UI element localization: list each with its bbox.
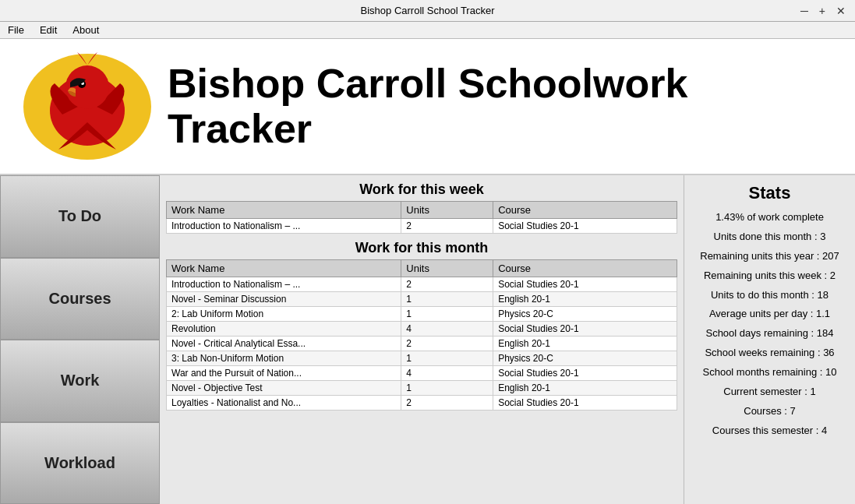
row-name: Novel - Objective Test bbox=[167, 381, 401, 396]
row-name: Novel - Critical Analytical Essa... bbox=[167, 337, 401, 351]
sidebar-item-workload[interactable]: Workload bbox=[0, 422, 160, 505]
row-units: 1 bbox=[401, 381, 493, 396]
week-col-course: Course bbox=[493, 202, 677, 219]
row-course: English 20-1 bbox=[493, 381, 677, 396]
table-row: War and the Pursuit of Nation... 4 Socia… bbox=[167, 366, 677, 381]
table-row: Novel - Critical Analytical Essa... 2 En… bbox=[167, 337, 677, 351]
sidebar-item-todo[interactable]: To Do bbox=[0, 175, 160, 258]
stat-item: Units to do this month : 18 bbox=[691, 289, 849, 302]
stat-item: 1.43% of work complete bbox=[691, 211, 849, 224]
row-name: Novel - Seminar Discussion bbox=[167, 292, 401, 307]
row-name: 2: Lab Uniform Motion bbox=[167, 307, 401, 322]
month-table: Work Name Units Course Introduction to N… bbox=[166, 259, 677, 411]
table-row: 3: Lab Non-Uniform Motion 1 Physics 20-C bbox=[167, 351, 677, 366]
row-units: 4 bbox=[401, 366, 493, 381]
row-units: 2 bbox=[401, 396, 493, 411]
row-course: English 20-1 bbox=[493, 292, 677, 307]
row-name: Introduction to Nationalism – ... bbox=[167, 219, 401, 234]
row-course: Physics 20-C bbox=[493, 351, 677, 366]
menu-about[interactable]: About bbox=[69, 24, 102, 36]
sidebar: To Do Courses Work Workload bbox=[0, 175, 160, 504]
stat-item: Remaining units this week : 2 bbox=[691, 270, 849, 283]
week-col-name: Work Name bbox=[167, 202, 401, 219]
month-col-units: Units bbox=[401, 260, 493, 277]
table-row: Novel - Objective Test 1 English 20-1 bbox=[167, 381, 677, 396]
header-title: Bishop Carroll Schoolwork Tracker bbox=[168, 62, 839, 150]
row-units: 2 bbox=[401, 337, 493, 351]
row-name: War and the Pursuit of Nation... bbox=[167, 366, 401, 381]
stat-item: Courses this semester : 4 bbox=[691, 425, 849, 438]
main-layout: To Do Courses Work Workload Work for thi… bbox=[0, 175, 855, 504]
row-name: 3: Lab Non-Uniform Motion bbox=[167, 351, 401, 366]
row-course: English 20-1 bbox=[493, 337, 677, 351]
stat-item: Units done this month : 3 bbox=[691, 231, 849, 244]
row-course: Social Studies 20-1 bbox=[493, 322, 677, 337]
month-col-course: Course bbox=[493, 260, 677, 277]
week-table: Work Name Units Course Introduction to N… bbox=[166, 201, 677, 234]
row-course: Physics 20-C bbox=[493, 307, 677, 322]
title-bar-controls: ─ + ✕ bbox=[797, 5, 849, 17]
minimize-button[interactable]: ─ bbox=[797, 5, 811, 17]
week-section-title: Work for this week bbox=[166, 182, 677, 198]
maximize-button[interactable]: + bbox=[816, 5, 829, 17]
stats-title: Stats bbox=[691, 183, 849, 203]
sidebar-item-work[interactable]: Work bbox=[0, 340, 160, 422]
row-units: 1 bbox=[401, 351, 493, 366]
row-units: 1 bbox=[401, 307, 493, 322]
header: Bishop Carroll Schoolwork Tracker bbox=[0, 39, 855, 175]
content-area: Work for this week Work Name Units Cours… bbox=[160, 175, 684, 504]
stat-item: School months remaining : 10 bbox=[691, 366, 849, 379]
logo-container bbox=[16, 46, 160, 167]
table-row: Introduction to Nationalism – ... 2 Soci… bbox=[167, 277, 677, 292]
table-row: Introduction to Nationalism – ... 2 Soci… bbox=[167, 219, 677, 234]
school-logo bbox=[19, 48, 156, 165]
svg-point-2 bbox=[65, 65, 109, 109]
table-row: Novel - Seminar Discussion 1 English 20-… bbox=[167, 292, 677, 307]
row-units: 1 bbox=[401, 292, 493, 307]
table-row: Loyalties - Nationalist and No... 2 Soci… bbox=[167, 396, 677, 411]
row-course: Social Studies 20-1 bbox=[493, 396, 677, 411]
row-course: Social Studies 20-1 bbox=[493, 366, 677, 381]
sidebar-item-courses[interactable]: Courses bbox=[0, 258, 160, 340]
week-col-units: Units bbox=[401, 202, 493, 219]
table-row: Revolution 4 Social Studies 20-1 bbox=[167, 322, 677, 337]
row-name: Introduction to Nationalism – ... bbox=[167, 277, 401, 292]
stat-item: Average units per day : 1.1 bbox=[691, 308, 849, 321]
menu-edit[interactable]: Edit bbox=[37, 24, 60, 36]
row-course: Social Studies 20-1 bbox=[493, 219, 677, 234]
stat-item: Remaining units this year : 207 bbox=[691, 250, 849, 263]
row-name: Loyalties - Nationalist and No... bbox=[167, 396, 401, 411]
table-row: 2: Lab Uniform Motion 1 Physics 20-C bbox=[167, 307, 677, 322]
row-units: 2 bbox=[401, 277, 493, 292]
stat-item: Current semester : 1 bbox=[691, 386, 849, 399]
row-units: 2 bbox=[401, 219, 493, 234]
month-section-title: Work for this month bbox=[166, 240, 677, 256]
row-units: 4 bbox=[401, 322, 493, 337]
month-col-name: Work Name bbox=[167, 260, 401, 277]
stat-item: Courses : 7 bbox=[691, 405, 849, 418]
stat-item: School weeks remaining : 36 bbox=[691, 347, 849, 360]
month-section: Work for this month Work Name Units Cour… bbox=[166, 240, 677, 411]
menu-file[interactable]: File bbox=[5, 24, 27, 36]
stats-panel: Stats 1.43% of work completeUnits done t… bbox=[684, 175, 855, 504]
title-bar: Bishop Carroll School Tracker ─ + ✕ bbox=[0, 0, 855, 22]
close-button[interactable]: ✕ bbox=[833, 5, 849, 17]
title-bar-text: Bishop Carroll School Tracker bbox=[361, 5, 495, 16]
week-section: Work for this week Work Name Units Cours… bbox=[166, 182, 677, 234]
row-course: Social Studies 20-1 bbox=[493, 277, 677, 292]
row-name: Revolution bbox=[167, 322, 401, 337]
menu-bar: File Edit About bbox=[0, 22, 855, 39]
stat-item: School days remaining : 184 bbox=[691, 327, 849, 340]
